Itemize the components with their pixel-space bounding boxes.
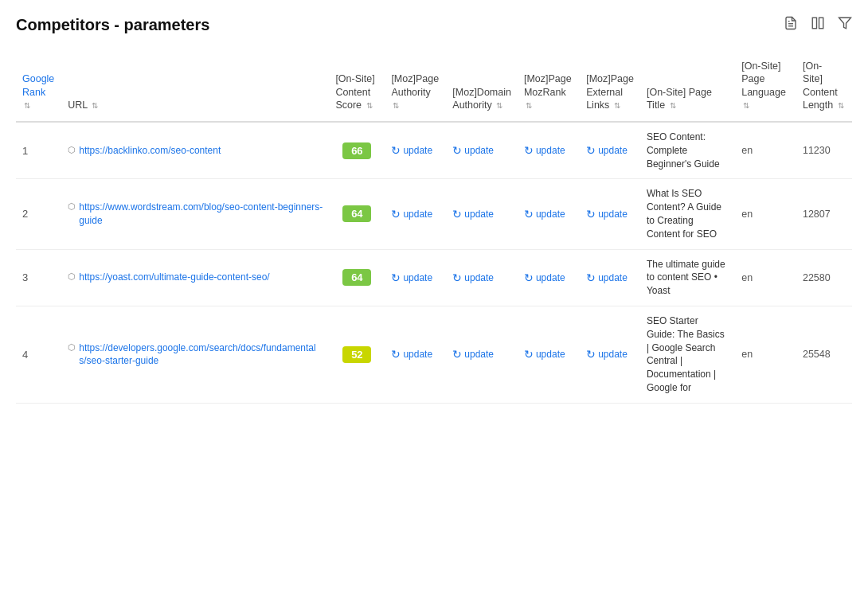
col-header-url[interactable]: URL ⇅: [61, 53, 329, 122]
external-links-update[interactable]: ↻ update: [586, 271, 634, 284]
external-link-icon: ⬡: [68, 342, 76, 353]
url-text[interactable]: https://backlinko.com/seo-content: [79, 144, 221, 158]
score-badge: 64: [342, 205, 371, 222]
mozrank-update[interactable]: ↻ update: [524, 271, 573, 284]
domain-authority-cell: ↻ update: [446, 122, 518, 179]
col-header-language[interactable]: [On-Site]PageLanguage ⇅: [735, 53, 796, 122]
page-title-text: What Is SEO Content? A Guide to Creating…: [647, 187, 729, 240]
url-text[interactable]: https://yoast.com/ultimate-guide-content…: [79, 271, 269, 284]
update-label: update: [464, 349, 494, 360]
svg-marker-4: [839, 18, 851, 29]
domain-authority-update[interactable]: ↻ update: [452, 208, 511, 220]
rank-cell: 2: [16, 179, 61, 249]
sort-icon-score: ⇅: [366, 101, 373, 110]
domain-authority-update[interactable]: ↻ update: [452, 144, 511, 157]
url-text[interactable]: https://www.wordstream.com/blog/seo-cont…: [79, 201, 323, 228]
page-authority-update[interactable]: ↻ update: [391, 348, 440, 361]
col-header-external-links[interactable]: [Moz]PageExternalLinks ⇅: [580, 53, 640, 122]
domain-authority-cell: ↻ update: [446, 306, 518, 403]
col-header-content-length[interactable]: [On-Site]ContentLength ⇅: [796, 53, 852, 122]
url-text[interactable]: https://developers.google.com/search/doc…: [79, 341, 323, 369]
table-row: 3 ⬡ https://yoast.com/ultimate-guide-con…: [16, 249, 852, 306]
page-title: Competitors - parameters: [16, 16, 209, 34]
refresh-icon: ↻: [524, 348, 534, 361]
refresh-icon: ↻: [452, 144, 462, 157]
sort-icon-da: ⇅: [496, 101, 502, 110]
mozrank-update[interactable]: ↻ update: [524, 348, 573, 361]
header-icons: [784, 16, 852, 34]
domain-authority-update[interactable]: ↻ update: [452, 271, 511, 284]
score-cell: 66: [329, 122, 385, 179]
refresh-icon: ↻: [391, 144, 401, 157]
table-row: 4 ⬡ https://developers.google.com/search…: [16, 306, 852, 403]
external-links-update[interactable]: ↻ update: [586, 208, 634, 220]
rank-cell: 4: [16, 306, 61, 403]
page-authority-update[interactable]: ↻ update: [391, 208, 440, 220]
external-links-cell: ↻ update: [580, 179, 640, 249]
refresh-icon: ↻: [586, 348, 596, 361]
rank-number: 2: [22, 208, 28, 220]
domain-authority-cell: ↻ update: [446, 249, 518, 306]
update-label: update: [464, 272, 494, 283]
col-header-page-title[interactable]: [On-Site] PageTitle ⇅: [640, 53, 735, 122]
language-value: en: [741, 209, 753, 220]
sort-icon-pa: ⇅: [393, 101, 399, 110]
external-links-cell: ↻ update: [580, 122, 640, 179]
update-label: update: [598, 349, 628, 360]
page-title-cell: What Is SEO Content? A Guide to Creating…: [640, 179, 735, 249]
update-label: update: [403, 209, 432, 220]
url-cell: ⬡ https://www.wordstream.com/blog/seo-co…: [61, 179, 329, 249]
page-title-text: SEO Starter Guide: The Basics | Google S…: [647, 314, 729, 395]
external-link-icon: ⬡: [68, 271, 76, 282]
rank-number: 4: [22, 349, 28, 361]
page-authority-update[interactable]: ↻ update: [391, 271, 440, 284]
page-authority-cell: ↻ update: [385, 179, 446, 249]
score-badge: 66: [342, 142, 371, 159]
page-authority-update[interactable]: ↻ update: [391, 144, 440, 157]
content-length-value: 25548: [803, 349, 831, 360]
filter-icon[interactable]: [838, 16, 852, 34]
refresh-icon: ↻: [586, 208, 596, 220]
external-links-cell: ↻ update: [580, 306, 640, 403]
table-row: 2 ⬡ https://www.wordstream.com/blog/seo-…: [16, 179, 852, 249]
external-links-update[interactable]: ↻ update: [586, 348, 634, 361]
score-badge: 64: [342, 269, 371, 286]
url-cell: ⬡ https://backlinko.com/seo-content: [61, 122, 329, 179]
col-header-mozrank[interactable]: [Moz]PageMozRank ⇅: [518, 53, 580, 122]
refresh-icon: ↻: [452, 271, 462, 284]
score-badge: 52: [342, 346, 371, 363]
external-link-icon: ⬡: [68, 201, 76, 212]
refresh-icon: ↻: [586, 271, 596, 284]
col-header-content-score[interactable]: [On-Site]ContentScore ⇅: [329, 53, 385, 122]
refresh-icon: ↻: [524, 208, 534, 220]
page-authority-cell: ↻ update: [385, 249, 446, 306]
document-icon[interactable]: [784, 16, 798, 34]
sort-icon-pt: ⇅: [670, 101, 676, 110]
refresh-icon: ↻: [391, 348, 401, 361]
competitors-table: GoogleRank ⇅ URL ⇅ [On-Site]ContentScore…: [16, 53, 852, 404]
content-length-value: 22580: [803, 272, 831, 283]
sort-icon-el: ⇅: [614, 101, 620, 110]
col-header-page-authority[interactable]: [Moz]PageAuthority ⇅: [385, 53, 446, 122]
sort-icon-url: ⇅: [92, 101, 98, 110]
update-label: update: [464, 209, 494, 220]
refresh-icon: ↻: [452, 208, 462, 220]
language-cell: en: [735, 122, 796, 179]
sort-icon-rank: ⇅: [24, 101, 30, 110]
mozrank-update[interactable]: ↻ update: [524, 144, 573, 157]
domain-authority-update[interactable]: ↻ update: [452, 348, 511, 361]
update-label: update: [403, 272, 432, 283]
page-title-cell: The ultimate guide to content SEO • Yoas…: [640, 249, 735, 306]
score-cell: 64: [329, 249, 385, 306]
update-label: update: [403, 145, 432, 156]
mozrank-update[interactable]: ↻ update: [524, 208, 573, 220]
external-links-update[interactable]: ↻ update: [586, 144, 634, 157]
svg-rect-2: [812, 18, 816, 29]
update-label: update: [536, 272, 565, 283]
columns-icon[interactable]: [811, 16, 825, 34]
mozrank-cell: ↻ update: [518, 179, 580, 249]
language-value: en: [741, 272, 753, 283]
external-link-icon: ⬡: [68, 145, 76, 155]
col-header-domain-authority[interactable]: [Moz]DomainAuthority ⇅: [446, 53, 518, 122]
col-header-google-rank[interactable]: GoogleRank ⇅: [16, 53, 61, 122]
